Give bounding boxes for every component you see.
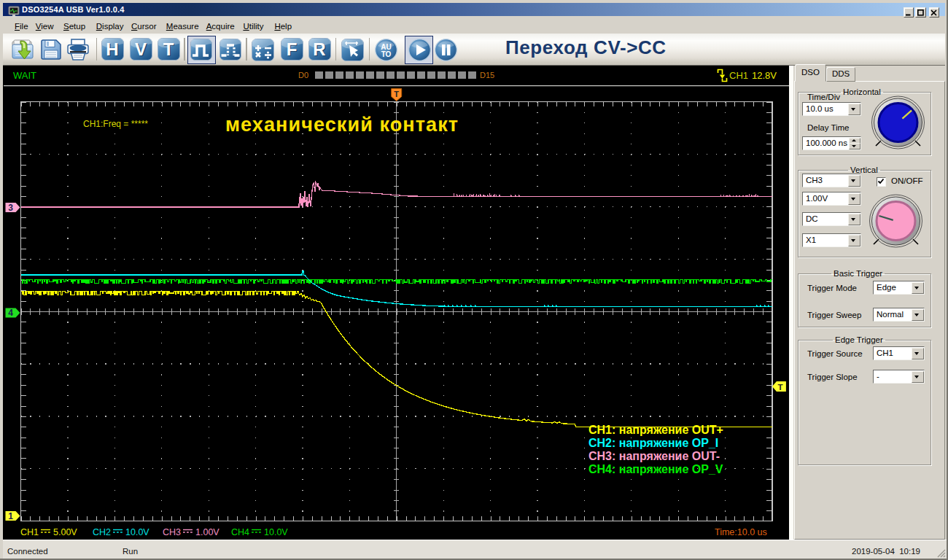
svg-text:CH3: напряжение OUT-: CH3: напряжение OUT- <box>588 450 720 462</box>
svg-text:CH3: CH3 <box>163 527 181 537</box>
svg-text:1: 1 <box>8 511 13 521</box>
svg-text:WAIT: WAIT <box>13 70 36 81</box>
svg-text:CH1:Freq = *****: CH1:Freq = ***** <box>83 119 148 129</box>
svg-text:CH4: напряжение OP_V: CH4: напряжение OP_V <box>588 463 723 475</box>
svg-text:3: 3 <box>8 203 13 213</box>
svg-text:10.0V: 10.0V <box>264 527 288 537</box>
svg-text:4: 4 <box>8 308 13 318</box>
svg-text:10.0V: 10.0V <box>125 527 149 537</box>
svg-text:Time:10.0 us: Time:10.0 us <box>715 527 767 537</box>
svg-text:CH1: CH1 <box>20 527 39 537</box>
svg-text:5.00V: 5.00V <box>53 527 77 537</box>
svg-text:D15: D15 <box>480 71 494 79</box>
svg-text:CH1: напряжение OUT+: CH1: напряжение OUT+ <box>588 424 723 436</box>
svg-text:CH1: CH1 <box>729 70 748 81</box>
svg-text:CH2: CH2 <box>93 527 111 537</box>
svg-text:механический контакт: механический контакт <box>225 114 459 136</box>
svg-text:T: T <box>394 90 399 98</box>
svg-text:D0: D0 <box>298 71 308 79</box>
svg-text:T: T <box>777 383 782 392</box>
svg-text:CH4: CH4 <box>231 527 249 537</box>
svg-text:CH2: напряжение OP_I: CH2: напряжение OP_I <box>588 437 718 449</box>
svg-text:1.00V: 1.00V <box>195 527 219 537</box>
svg-text:12.8V: 12.8V <box>752 70 777 81</box>
